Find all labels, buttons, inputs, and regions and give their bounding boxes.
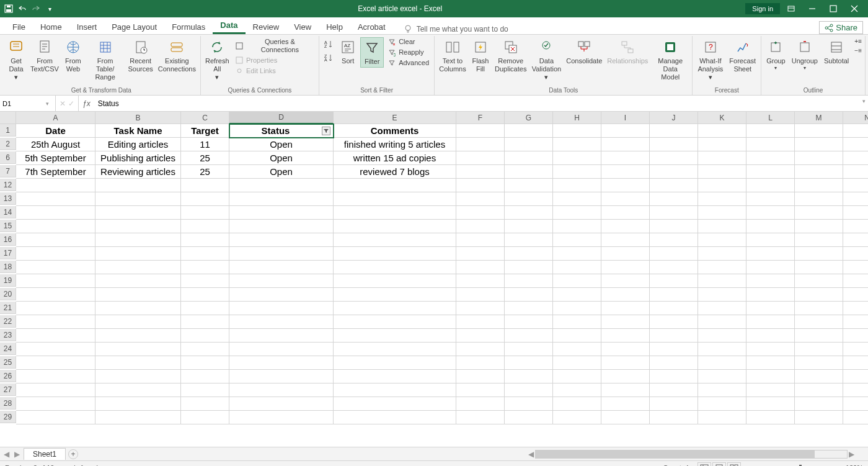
cell-J6[interactable] (650, 151, 698, 165)
cell-K16[interactable] (698, 233, 746, 247)
cell-E24[interactable] (334, 343, 456, 356)
sheet-tab-sheet1[interactable]: Sheet1 (24, 448, 66, 460)
cell-J7[interactable] (650, 165, 698, 179)
data-validation-button[interactable]: Data Validation ▾ (530, 37, 564, 83)
cell-G25[interactable] (505, 356, 553, 370)
cell-F18[interactable] (456, 261, 505, 274)
cell-G27[interactable] (505, 383, 553, 397)
tab-help[interactable]: Help (319, 19, 350, 34)
cell-B25[interactable] (95, 356, 181, 370)
cell-D6[interactable]: Open (229, 151, 334, 165)
cell-I26[interactable] (601, 370, 650, 383)
cell-L2[interactable] (746, 138, 795, 151)
cell-A2[interactable]: 25th August (16, 138, 95, 151)
column-header-F[interactable]: F (456, 112, 505, 124)
cell-J23[interactable] (650, 329, 698, 343)
cell-F28[interactable] (456, 397, 505, 411)
cell-D2[interactable]: Open (229, 138, 334, 151)
ribbon-options-icon[interactable] (781, 2, 801, 15)
cell-E6[interactable]: written 15 ad copies (334, 151, 456, 165)
cell-F12[interactable] (456, 179, 505, 192)
cell-K25[interactable] (698, 356, 746, 370)
cell-B20[interactable] (95, 288, 181, 302)
cell-C18[interactable] (181, 261, 229, 274)
cell-F17[interactable] (456, 247, 505, 261)
cell-E12[interactable] (334, 179, 456, 192)
column-header-L[interactable]: L (746, 112, 795, 124)
cell-J22[interactable] (650, 315, 698, 329)
enter-formula-icon[interactable]: ✓ (68, 99, 74, 108)
sign-in-button[interactable]: Sign in (745, 3, 780, 14)
cell-N29[interactable] (843, 411, 868, 424)
what-if-button[interactable]: ?What-If Analysis ▾ (695, 37, 725, 83)
fx-icon[interactable]: ƒx (79, 96, 94, 111)
cancel-formula-icon[interactable]: ✕ (60, 99, 66, 108)
cell-M7[interactable] (795, 165, 843, 179)
cell-E26[interactable] (334, 370, 456, 383)
cell-I15[interactable] (601, 220, 650, 233)
cell-J13[interactable] (650, 192, 698, 206)
text-to-columns-button[interactable]: Text to Columns (437, 37, 468, 74)
cell-I6[interactable] (601, 151, 650, 165)
cell-A7[interactable]: 7th September (16, 165, 95, 179)
column-header-N[interactable]: N (843, 112, 868, 124)
cell-B16[interactable] (95, 233, 181, 247)
cell-G14[interactable] (505, 206, 553, 220)
tab-page-layout[interactable]: Page Layout (104, 19, 164, 34)
cell-H18[interactable] (553, 261, 601, 274)
cell-F19[interactable] (456, 274, 505, 288)
undo-icon[interactable] (17, 4, 27, 14)
cell-M27[interactable] (795, 383, 843, 397)
cell-D19[interactable] (229, 274, 334, 288)
cell-D7[interactable]: Open (229, 165, 334, 179)
name-box[interactable]: ▾ (0, 96, 56, 111)
cell-D21[interactable] (229, 302, 334, 315)
cell-G21[interactable] (505, 302, 553, 315)
column-header-C[interactable]: C (181, 112, 229, 124)
cell-M24[interactable] (795, 343, 843, 356)
cell-J15[interactable] (650, 220, 698, 233)
cell-L28[interactable] (746, 397, 795, 411)
cell-L12[interactable] (746, 179, 795, 192)
cell-B13[interactable] (95, 192, 181, 206)
cell-J16[interactable] (650, 233, 698, 247)
queries-connections-button[interactable]: Queries & Connections (232, 37, 316, 55)
cell-J28[interactable] (650, 397, 698, 411)
cell-K29[interactable] (698, 411, 746, 424)
edit-links-button[interactable]: Edit Links (232, 66, 316, 76)
row-header-1[interactable]: 1 (0, 124, 16, 137)
clear-filter-button[interactable]: Clear (385, 37, 432, 47)
advanced-filter-button[interactable]: Advanced (385, 58, 432, 68)
cell-F1[interactable] (456, 124, 505, 138)
row-header-27[interactable]: 27 (0, 383, 16, 396)
cell-J27[interactable] (650, 383, 698, 397)
cell-N12[interactable] (843, 179, 868, 192)
cell-I21[interactable] (601, 302, 650, 315)
share-button[interactable]: Share (819, 21, 863, 34)
cell-H12[interactable] (553, 179, 601, 192)
sheet-nav-next-icon[interactable]: ▶ (13, 450, 21, 459)
cell-L14[interactable] (746, 206, 795, 220)
formula-input[interactable] (94, 96, 860, 111)
cell-M26[interactable] (795, 370, 843, 383)
cell-C1[interactable]: Target (181, 124, 229, 138)
row-header-6[interactable]: 6 (0, 151, 16, 164)
cell-M6[interactable] (795, 151, 843, 165)
tab-formulas[interactable]: Formulas (164, 19, 213, 34)
cell-C14[interactable] (181, 206, 229, 220)
row-header-21[interactable]: 21 (0, 302, 16, 314)
cell-G16[interactable] (505, 233, 553, 247)
cell-K14[interactable] (698, 206, 746, 220)
flash-fill-button[interactable]: Flash Fill (469, 37, 492, 74)
cell-F26[interactable] (456, 370, 505, 383)
cell-K17[interactable] (698, 247, 746, 261)
cell-D27[interactable] (229, 383, 334, 397)
cell-A23[interactable] (16, 329, 95, 343)
column-header-A[interactable]: A (16, 112, 95, 124)
close-icon[interactable] (844, 2, 864, 15)
cell-I20[interactable] (601, 288, 650, 302)
cell-H2[interactable] (553, 138, 601, 151)
cell-E17[interactable] (334, 247, 456, 261)
hscroll-right-icon[interactable]: ▶ (848, 450, 856, 459)
cell-I18[interactable] (601, 261, 650, 274)
